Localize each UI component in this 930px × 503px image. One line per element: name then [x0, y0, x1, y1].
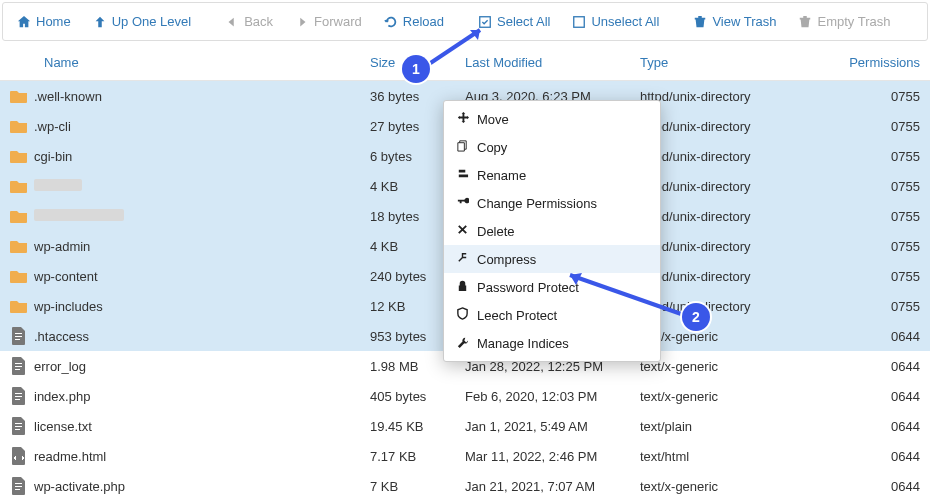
wrench-icon: [456, 335, 469, 351]
ctx-label: Delete: [477, 224, 515, 239]
svg-rect-13: [15, 429, 20, 430]
empty-trash-label: Empty Trash: [817, 14, 890, 29]
ctx-move[interactable]: Move: [444, 105, 660, 133]
ctx-copy[interactable]: Copy: [444, 133, 660, 161]
table-row[interactable]: readme.html7.17 KBMar 11, 2022, 2:46 PMt…: [0, 441, 930, 471]
file-type: httpd/unix-directory: [640, 119, 795, 134]
svg-rect-8: [15, 393, 22, 394]
file-type: text/x-generic: [640, 329, 795, 344]
compress-icon: [456, 251, 469, 267]
home-button[interactable]: Home: [7, 9, 81, 34]
svg-rect-3: [15, 336, 22, 337]
ctx-change-permissions[interactable]: Change Permissions: [444, 189, 660, 217]
back-button[interactable]: Back: [215, 9, 283, 34]
file-type: httpd/unix-directory: [640, 239, 795, 254]
file-size: 7 KB: [370, 479, 465, 494]
col-permissions[interactable]: Permissions: [795, 55, 930, 70]
table-row[interactable]: index.php405 bytesFeb 6, 2020, 12:03 PMt…: [0, 381, 930, 411]
forward-button[interactable]: Forward: [285, 9, 372, 34]
move-icon: [456, 111, 469, 127]
file-name-redacted: [34, 209, 124, 221]
ctx-label: Move: [477, 112, 509, 127]
file-modified: Feb 6, 2020, 12:03 PM: [465, 389, 640, 404]
ctx-delete[interactable]: Delete: [444, 217, 660, 245]
ctx-label: Change Permissions: [477, 196, 597, 211]
svg-rect-12: [15, 426, 22, 427]
ctx-label: Copy: [477, 140, 507, 155]
file-name: wp-content: [34, 269, 98, 284]
annotation-arrow-1: [418, 22, 498, 74]
empty-trash-button[interactable]: Empty Trash: [788, 9, 900, 34]
svg-rect-9: [15, 396, 22, 397]
table-row[interactable]: wp-activate.php7 KBJan 21, 2021, 7:07 AM…: [0, 471, 930, 501]
up-one-level-button[interactable]: Up One Level: [83, 9, 202, 34]
table-row[interactable]: license.txt19.45 KBJan 1, 2021, 5:49 AMt…: [0, 411, 930, 441]
file-permissions: 0755: [795, 209, 930, 224]
file-size: 19.45 KB: [370, 419, 465, 434]
ctx-label: Leech Protect: [477, 308, 557, 323]
file-name: cgi-bin: [34, 149, 72, 164]
file-type: httpd/unix-directory: [640, 89, 795, 104]
file-name: wp-activate.php: [34, 479, 125, 494]
file-permissions: 0644: [795, 449, 930, 464]
forward-arrow-icon: [295, 15, 309, 29]
file-name: .htaccess: [34, 329, 89, 344]
annotation-badge-1: 1: [402, 55, 430, 83]
ctx-label: Compress: [477, 252, 536, 267]
file-permissions: 0644: [795, 479, 930, 494]
file-icon: [0, 387, 28, 405]
file-size: 7.17 KB: [370, 449, 465, 464]
svg-rect-7: [15, 369, 20, 370]
svg-rect-1: [574, 16, 585, 27]
svg-rect-11: [15, 423, 22, 424]
file-type: text/x-generic: [640, 479, 795, 494]
file-permissions: 0755: [795, 89, 930, 104]
view-trash-button[interactable]: View Trash: [683, 9, 786, 34]
svg-line-17: [426, 30, 480, 66]
file-type: httpd/unix-directory: [640, 149, 795, 164]
file-permissions: 0755: [795, 119, 930, 134]
file-permissions: 0755: [795, 269, 930, 284]
svg-rect-2: [15, 333, 22, 334]
file-icon: [0, 477, 28, 495]
view-trash-label: View Trash: [712, 14, 776, 29]
folder-icon: [0, 298, 28, 314]
file-name: license.txt: [34, 419, 92, 434]
folder-icon: [0, 238, 28, 254]
file-permissions: 0755: [795, 179, 930, 194]
unselect-all-button[interactable]: Unselect All: [562, 9, 669, 34]
file-permissions: 0644: [795, 329, 930, 344]
col-name[interactable]: Name: [0, 55, 370, 70]
file-icon: [0, 357, 28, 375]
delete-icon: [456, 223, 469, 239]
file-permissions: 0755: [795, 149, 930, 164]
back-arrow-icon: [225, 15, 239, 29]
folder-icon: [0, 148, 28, 164]
file-name: wp-admin: [34, 239, 90, 254]
file-modified: Jan 1, 2021, 5:49 AM: [465, 419, 640, 434]
rename-icon: [456, 167, 469, 183]
file-name: .well-known: [34, 89, 102, 104]
file-name: index.php: [34, 389, 90, 404]
file-icon: [0, 327, 28, 345]
annotation-arrow-2: [556, 267, 696, 327]
folder-icon: [0, 208, 28, 224]
file-permissions: 0755: [795, 239, 930, 254]
ctx-label: Rename: [477, 168, 526, 183]
ctx-rename[interactable]: Rename: [444, 161, 660, 189]
svg-rect-5: [15, 363, 22, 364]
file-permissions: 0644: [795, 389, 930, 404]
file-name: error_log: [34, 359, 86, 374]
folder-icon: [0, 88, 28, 104]
up-label: Up One Level: [112, 14, 192, 29]
file-modified: Jan 21, 2021, 7:07 AM: [465, 479, 640, 494]
col-type[interactable]: Type: [640, 55, 795, 70]
file-type: text/x-generic: [640, 359, 795, 374]
svg-rect-10: [15, 399, 20, 400]
folder-icon: [0, 178, 28, 194]
trash-icon: [693, 15, 707, 29]
perm-icon: [456, 195, 469, 211]
ctx-manage-indices[interactable]: Manage Indices: [444, 329, 660, 357]
file-name: .wp-cli: [34, 119, 71, 134]
shield-icon: [456, 307, 469, 323]
